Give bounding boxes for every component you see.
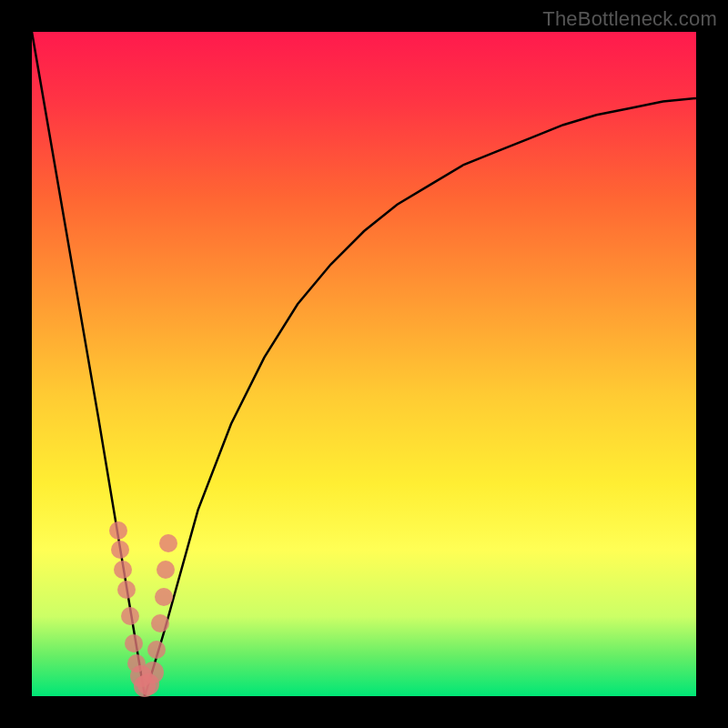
data-point [114, 561, 132, 579]
data-point [111, 541, 129, 559]
plot-area [32, 32, 696, 696]
data-point [125, 634, 143, 652]
data-point [151, 614, 169, 632]
data-point [142, 662, 164, 683]
chart-frame: TheBottleneck.com [0, 0, 728, 728]
data-point [117, 581, 136, 599]
data-point [109, 521, 127, 540]
data-point [155, 588, 173, 606]
data-point [147, 641, 166, 659]
data-point [159, 534, 177, 552]
data-point [121, 607, 139, 625]
data-point [157, 561, 175, 579]
watermark-text: TheBottleneck.com [542, 7, 717, 31]
